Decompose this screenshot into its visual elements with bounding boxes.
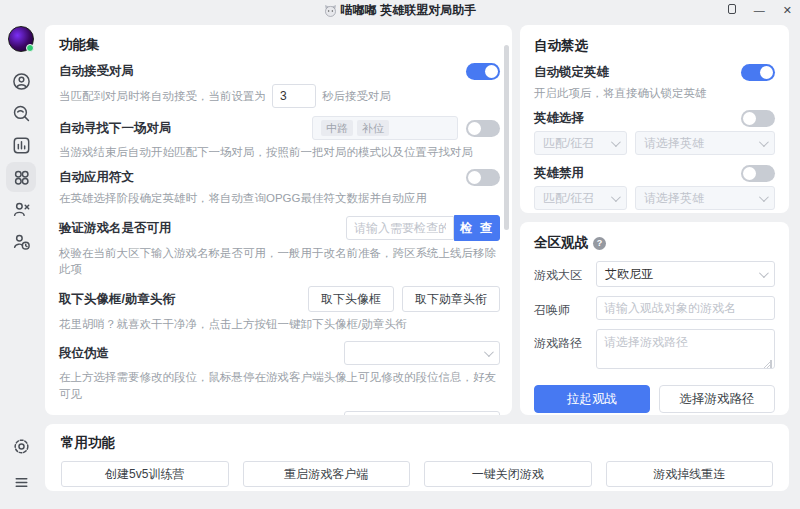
verify-name-label: 验证游戏名是否可用 <box>59 220 172 237</box>
position-tag: 补位 <box>357 120 389 136</box>
sidebar <box>0 20 42 509</box>
chevron-down-icon <box>759 192 769 202</box>
sidebar-item-settings[interactable] <box>6 431 36 461</box>
remove-medal-title-button[interactable]: 取下勋章头衔 <box>402 286 500 312</box>
auto-runes-label: 自动应用符文 <box>59 169 134 186</box>
sidebar-item-remove-friend[interactable] <box>6 194 36 224</box>
auto-next-desc: 当游戏结束后自动开始匹配下一场对局，按照前一把对局的模式以及位置寻找对局 <box>59 144 500 160</box>
champ-select-mode-select[interactable]: 匹配/征召 <box>534 131 627 155</box>
auto-accept-seconds-input[interactable] <box>272 84 316 108</box>
auto-accept-desc-after: 秒后接受对局 <box>322 88 391 104</box>
help-icon[interactable]: ? <box>593 237 606 250</box>
auto-runes-desc: 在英雄选择阶段确定英雄时，将自动查询OPGG最佳符文数据并自动应用 <box>59 190 500 206</box>
auto-lock-label: 自动锁定英雄 <box>534 64 609 81</box>
auto-accept-toggle[interactable] <box>466 63 500 80</box>
summoner-label: 召唤师 <box>534 296 596 319</box>
rank-fake-select[interactable] <box>344 341 500 365</box>
hamburger-menu-icon <box>12 473 31 492</box>
profile-icon <box>12 72 31 91</box>
game-path-textarea[interactable] <box>596 329 775 369</box>
spectate-title: 全区观战? <box>534 234 775 252</box>
auto-ban-pick-title: 自动禁选 <box>534 37 775 55</box>
verify-name-input[interactable] <box>346 216 454 240</box>
champ-ban-toggle[interactable] <box>741 165 775 182</box>
status-modify-select[interactable] <box>344 411 500 415</box>
avatar[interactable] <box>8 26 34 52</box>
remove-frame-label: 取下头像框/勋章头衔 <box>59 291 175 308</box>
chevron-down-icon <box>484 347 494 357</box>
game-path-label: 游戏路径 <box>534 329 596 352</box>
function-set-title: 功能集 <box>59 36 500 54</box>
person-x-icon <box>12 200 31 219</box>
sidebar-item-friend-history[interactable] <box>6 226 36 256</box>
window-title: 喵嘟嘟 英雄联盟对局助手 <box>341 2 476 19</box>
sidebar-item-search[interactable] <box>6 98 36 128</box>
auto-next-label: 自动寻找下一场对局 <box>59 120 172 137</box>
auto-ban-pick-card: 自动禁选 自动锁定英雄 开启此项后，将直接确认锁定英雄 英雄选择 匹配/征召 请… <box>520 25 789 213</box>
chevron-down-icon <box>611 192 621 202</box>
position-tag: 中路 <box>321 120 353 136</box>
verify-name-desc: 校验在当前大区下输入游戏名称是否可用，一般用于改名前准备，跨区系统上线后移除此项 <box>59 245 500 277</box>
auto-lock-toggle[interactable] <box>741 64 775 81</box>
create-training-button[interactable]: 创建5v5训练营 <box>61 461 229 487</box>
summoner-input[interactable] <box>596 296 775 320</box>
close-game-button[interactable]: 一键关闭游戏 <box>424 461 592 487</box>
sidebar-item-menu[interactable] <box>6 467 36 497</box>
sidebar-item-profile[interactable] <box>6 66 36 96</box>
function-set-card: 功能集 自动接受对局 当匹配到对局时将自动接受，当前设置为 秒后接受对局 自动寻… <box>45 25 512 415</box>
titlebar: 喵嘟嘟 英雄联盟对局助手 — ✕ <box>0 0 800 20</box>
choose-game-path-button[interactable]: 选择游戏路径 <box>659 385 775 413</box>
chevron-down-icon <box>759 137 769 147</box>
auto-next-toggle[interactable] <box>466 120 500 137</box>
search-icon <box>12 104 31 123</box>
close-icon[interactable]: ✕ <box>783 5 792 16</box>
auto-accept-desc-before: 当匹配到对局时将自动接受，当前设置为 <box>59 88 266 104</box>
reconnect-button[interactable]: 游戏掉线重连 <box>606 461 774 487</box>
chevron-down-icon <box>611 137 621 147</box>
apps-grid-icon <box>12 168 31 187</box>
auto-runes-toggle[interactable] <box>466 169 500 186</box>
region-label: 游戏大区 <box>534 261 596 284</box>
champ-ban-label: 英雄禁用 <box>534 165 584 182</box>
auto-lock-desc: 开启此项后，将直接确认锁定英雄 <box>534 85 775 101</box>
person-clock-icon <box>12 232 31 251</box>
bar-chart-icon <box>12 136 31 155</box>
status-modify-label: 游戏状态修改 <box>59 414 134 415</box>
resize-grip-icon[interactable] <box>764 360 772 368</box>
champ-ban-champion-select[interactable]: 请选择英雄 <box>635 186 775 210</box>
online-status-dot <box>26 44 34 52</box>
champ-select-label: 英雄选择 <box>534 110 584 127</box>
rank-fake-label: 段位伪造 <box>59 345 109 362</box>
scrollbar[interactable] <box>504 45 509 230</box>
region-select[interactable]: 艾欧尼亚 <box>596 261 775 287</box>
champ-select-champion-select[interactable]: 请选择英雄 <box>635 131 775 155</box>
auto-next-position-select[interactable]: 中路 补位 <box>312 116 458 140</box>
chevron-down-icon <box>759 268 769 278</box>
remove-avatar-frame-button[interactable]: 取下头像框 <box>308 286 394 312</box>
spectate-card: 全区观战? 游戏大区 艾欧尼亚 召唤师 游戏路径 拉起观战 选择游戏路径 <box>520 222 789 415</box>
sidebar-item-functions[interactable] <box>6 162 36 192</box>
remove-frame-desc: 花里胡哨？就喜欢干干净净，点击上方按钮一键卸下头像框/勋章头衔 <box>59 316 500 332</box>
restart-client-button[interactable]: 重启游戏客户端 <box>243 461 411 487</box>
rank-fake-desc: 在上方选择需要修改的段位，鼠标悬停在游戏客户端头像上可见修改的段位信息，好友可见 <box>59 369 500 401</box>
champ-ban-mode-select[interactable]: 匹配/征召 <box>534 186 627 210</box>
launch-spectate-button[interactable]: 拉起观战 <box>534 385 650 413</box>
auto-accept-label: 自动接受对局 <box>59 63 134 80</box>
pin-icon[interactable] <box>728 4 736 16</box>
common-functions-title: 常用功能 <box>61 434 773 452</box>
sidebar-item-match-history[interactable] <box>6 130 36 160</box>
minimize-icon[interactable]: — <box>754 5 765 16</box>
common-functions-card: 常用功能 创建5v5训练营 重启游戏客户端 一键关闭游戏 游戏掉线重连 <box>45 424 789 491</box>
gear-icon <box>12 437 31 456</box>
champ-select-toggle[interactable] <box>741 110 775 127</box>
app-logo-icon <box>324 4 337 17</box>
check-name-button[interactable]: 检 查 <box>454 215 500 241</box>
